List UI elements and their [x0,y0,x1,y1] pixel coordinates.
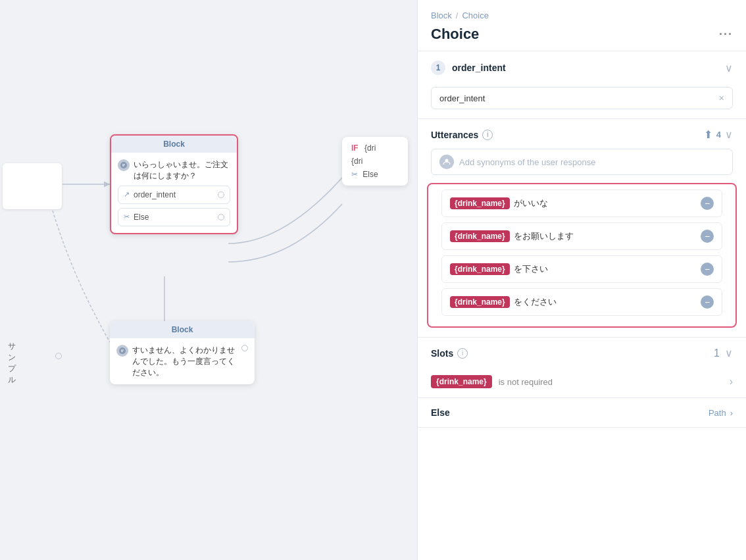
block2-message-text: すいません、よくわかりませんでした。もう一度言ってください。 [132,345,237,378]
block-node-2[interactable]: Block すいません、よくわかりませんでした。もう一度言ってください。 [110,321,255,384]
svg-point-0 [120,162,127,168]
else-path-label: Path [709,408,726,418]
entity-tag-3: {drink_name} [450,296,510,308]
utterance-text-2: {drink_name} を下さい [450,263,548,275]
slots-chevron-icon: ∨ [725,347,733,359]
breadcrumb: Block / Choice [431,11,733,20]
utterances-title-row: Utterances i [431,130,493,140]
remove-utterance-1[interactable]: − [701,230,714,243]
intent-section-title: order_intent [452,63,506,73]
svg-point-1 [119,347,126,354]
utterance-suffix-1: をお願いします [514,230,574,242]
else-section: Else Path › [418,398,746,428]
if-node: IF {dri {dri ✂ Else [342,137,408,186]
utterances-list: {drink_name} がいいな − {drink_name} をお願いします… [427,183,737,328]
slot-item[interactable]: {drink_name} is not required › [418,369,746,397]
slots-left: Slots i [431,348,468,359]
intent-section-left: 1 order_intent [431,61,506,75]
else-cut-icon: ✂ [351,170,358,179]
utterance-item-0[interactable]: {drink_name} がいいな − [441,190,722,217]
panel-title-row: Choice ··· [431,26,733,43]
more-options-button[interactable]: ··· [719,28,733,41]
slot-tag: {drink_name} [431,375,492,388]
utterances-title-text: Utterances [431,130,478,140]
choice-else-dot [218,214,224,220]
panel-header: Block / Choice Choice ··· [418,0,746,51]
utterances-info-icon: i [482,130,493,140]
block2-body: すいません、よくわかりませんでした。もう一度言ってください。 [110,338,255,384]
if-label: IF [351,143,359,153]
breadcrumb-block[interactable]: Block [431,11,452,20]
block1-message-icon [118,159,130,171]
intent-section-header[interactable]: 1 order_intent ∨ [418,51,746,84]
entity-tag-1: {drink_name} [450,230,510,242]
choice-order-dot [218,191,224,198]
entity-tag-0: {drink_name} [450,197,510,209]
block1-choice-order[interactable]: ↗ order_intent [118,186,230,204]
block2-header: Block [110,321,255,338]
block2-message-row: すいません、よくわかりませんでした。もう一度言ってください。 [116,345,248,378]
slot-arrow-icon[interactable]: › [730,376,733,388]
else-arrow-icon: › [730,408,733,418]
intent-input-box[interactable]: order_intent × [431,87,733,109]
intent-chevron-icon: ∨ [725,62,733,74]
slot-left: {drink_name} is not required [431,375,553,388]
slots-info-icon: i [457,348,468,359]
choice-arrow-icon: ↗ [124,190,130,199]
block1-header: Block [111,136,237,153]
block1-message-row: いらっしゃいませ。ご注文は何にしますか？ [118,159,230,182]
utterance-item-3[interactable]: {drink_name} をください − [441,288,722,316]
block1-message-text: いらっしゃいませ。ご注文は何にしますか？ [134,159,230,182]
utterances-section: Utterances i ⬆ 4 ∨ Add synonyms of the u… [418,119,746,338]
sample-dot [55,353,62,359]
add-synonym-placeholder: Add synonyms of the user response [459,157,595,167]
intent-input-row: order_intent × [418,84,746,118]
breadcrumb-sep: / [456,11,459,20]
remove-utterance-0[interactable]: − [701,197,714,210]
add-synonym-row: Add synonyms of the user response [418,146,746,183]
else-row: Else Path › [418,398,746,427]
block2-message-icon [116,345,128,357]
utterances-count-row: ⬆ 4 ∨ [704,128,733,141]
else-title: Else [431,407,450,418]
block1-body: いらっしゃいませ。ご注文は何にしますか？ ↗ order_intent ✂ El… [111,153,237,233]
slot-required-text: is not required [499,377,553,387]
intent-section-right: ∨ [725,62,733,74]
utterance-text-1: {drink_name} をお願いします [450,230,574,242]
sample-node-box [3,163,62,209]
choice-cut-icon: ✂ [124,213,130,221]
choice-else-label: Else [134,213,149,222]
slots-title: Slots [431,348,453,359]
block-node-1[interactable]: Block いらっしゃいませ。ご注文は何にしますか？ ↗ order_inten… [110,134,238,234]
intent-clear-icon[interactable]: × [719,93,724,103]
if-var: {dri [364,143,376,153]
utterances-header: Utterances i ⬆ 4 ∨ [418,119,746,146]
intent-section-number: 1 [431,61,445,75]
utterances-count-badge: 4 [716,130,721,140]
utterance-text-0: {drink_name} がいいな [450,197,548,209]
else-right[interactable]: Path › [709,408,733,418]
slots-section: Slots i 1 ∨ {drink_name} is not required… [418,338,746,398]
upload-icon[interactable]: ⬆ [704,128,712,141]
remove-utterance-2[interactable]: − [701,263,714,276]
slots-header[interactable]: Slots i 1 ∨ [418,338,746,369]
breadcrumb-current: Choice [462,11,488,20]
utterance-suffix-0: がいいな [514,197,548,209]
utterances-chevron-icon: ∨ [725,128,733,141]
right-panel: Block / Choice Choice ··· 1 order_intent… [417,0,746,560]
utterance-suffix-2: を下さい [514,263,548,275]
flow-canvas: サンプル Block いらっしゃいませ。ご注文は何にしますか？ ↗ order_… [0,0,417,560]
utterance-text-3: {drink_name} をください [450,296,557,308]
utterance-item-1[interactable]: {drink_name} をお願いします − [441,222,722,250]
entity-tag-2: {drink_name} [450,263,510,275]
remove-utterance-3[interactable]: − [701,295,714,309]
block1-choice-else[interactable]: ✂ Else [118,208,230,226]
utterance-item-2[interactable]: {drink_name} を下さい − [441,255,722,283]
sample-label: サンプル [8,341,16,386]
add-synonym-box[interactable]: Add synonyms of the user response [431,149,733,175]
if-var2: {dri [351,157,362,166]
else-label-canvas: Else [362,170,378,179]
utterance-suffix-3: をください [514,296,557,308]
intent-input-value: order_intent [439,93,485,103]
slots-right: 1 ∨ [714,347,733,359]
